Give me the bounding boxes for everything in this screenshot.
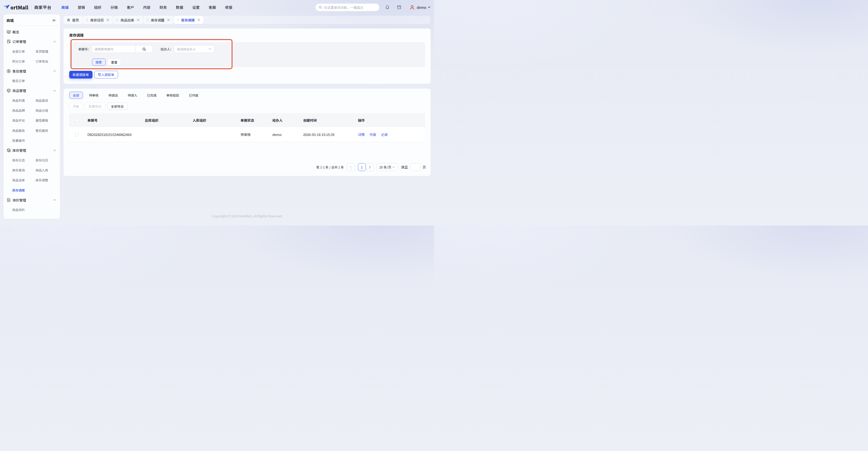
doc-no-cell: DB202603181515346862464 xyxy=(88,132,145,137)
drag-handle-icon[interactable] xyxy=(86,18,88,22)
sidebar-item-库存日志[interactable]: 库存日志 xyxy=(12,155,35,165)
sidebar-section-4[interactable]: 库存管理 xyxy=(4,146,60,155)
nav-item-3[interactable]: 分销 xyxy=(111,4,118,10)
nav-item-4[interactable]: 客户 xyxy=(127,4,134,10)
global-search[interactable] xyxy=(315,4,379,11)
sidebar-section-0[interactable]: 概览 xyxy=(4,27,60,37)
sidebar-item-售后订单[interactable]: 售后订单 xyxy=(12,76,35,86)
sidebar-item-商品评论[interactable]: 商品评论 xyxy=(12,115,35,125)
sidebar-section-3[interactable]: 商品管理 xyxy=(4,86,60,95)
sidebar-section-label: 概览 xyxy=(12,30,56,34)
sidebar-item-售后服务[interactable]: 售后服务 xyxy=(35,125,60,136)
import-transfer-button[interactable]: 导入调拨单 xyxy=(94,71,118,79)
status-tab-6[interactable]: 已作废 xyxy=(189,93,198,97)
doc-no-input[interactable] xyxy=(92,45,135,53)
workspace-tab-1[interactable]: 库存日历 xyxy=(83,16,113,24)
workspace-tabs: 首页库存日历商品出库库存调整库存调拨 xyxy=(64,16,203,24)
sidebar-item-积分订单[interactable]: 积分订单 xyxy=(12,56,35,66)
nav-item-8[interactable]: 设置 xyxy=(192,4,199,10)
batch-export-button[interactable]: 批量导出 xyxy=(85,103,105,110)
global-search-input[interactable] xyxy=(324,5,376,10)
doc-no-search-button[interactable] xyxy=(135,45,153,53)
close-tab-icon[interactable] xyxy=(137,19,140,21)
sidebar-section-1[interactable]: 订单管理 xyxy=(4,37,60,47)
workspace-tab-2[interactable]: 商品出库 xyxy=(113,16,143,24)
sidebar-item-商品列表[interactable]: 商品列表 xyxy=(12,95,35,106)
export-all-button[interactable]: 全部导出 xyxy=(107,103,128,110)
nav-item-2[interactable]: 组织 xyxy=(94,4,101,10)
status-tab-1[interactable]: 待审核 xyxy=(89,93,99,97)
chevron-up-icon xyxy=(53,70,56,72)
inventory-icon xyxy=(6,148,11,152)
home-icon xyxy=(67,18,70,22)
prev-page-button[interactable] xyxy=(347,163,354,171)
sidebar-item-库存调拨[interactable]: 库存调拨 xyxy=(12,185,35,195)
close-tab-icon[interactable] xyxy=(197,19,200,21)
void-button[interactable]: 作废 xyxy=(69,103,83,110)
vortmall-logo-icon xyxy=(4,5,10,10)
nav-item-5[interactable]: 内容 xyxy=(143,4,150,10)
page-size-select[interactable]: 20 条/页 xyxy=(376,163,398,171)
sidebar-item-属性模板[interactable]: 属性模板 xyxy=(35,115,60,125)
sidebar-item-全部订单[interactable]: 全部订单 xyxy=(12,47,35,56)
agent-label: 经办人： xyxy=(160,45,173,53)
workspace-tab-3[interactable]: 库存调整 xyxy=(144,16,173,24)
sidebar-item-商品类目[interactable]: 商品类目 xyxy=(35,95,60,106)
jump-to-unit: 页 xyxy=(423,164,426,170)
sidebar-children: 全部订单发货管理积分订单订单导出 xyxy=(4,47,60,66)
nav-item-10[interactable]: 收银 xyxy=(225,4,232,10)
drag-handle-icon[interactable] xyxy=(147,18,149,22)
nav-item-9[interactable]: 客服 xyxy=(209,4,216,10)
sidebar-item-订单导出[interactable]: 订单导出 xyxy=(35,56,60,66)
detail-link[interactable]: 详情 xyxy=(358,132,365,137)
sidebar-section-2[interactable]: 售后管理 xyxy=(4,66,60,76)
sidebar-item-批量操作[interactable]: 批量操作 xyxy=(12,136,35,145)
nav-item-7[interactable]: 数据 xyxy=(176,4,183,10)
nav-item-6[interactable]: 财务 xyxy=(159,4,167,10)
sidebar-item-发货管理[interactable]: 发货管理 xyxy=(35,47,60,56)
sidebar-item-商品出库[interactable]: 商品出库 xyxy=(12,175,35,185)
workspace-tab-4[interactable]: 库存调拨 xyxy=(174,16,203,24)
sidebar-children: 库存日志库存日历库存查询商品入库商品出库库存调整库存调拨 xyxy=(4,155,60,196)
sidebar-item-库存日历[interactable]: 库存日历 xyxy=(35,155,60,165)
search-button[interactable]: 搜索 xyxy=(92,59,105,66)
sidebar-item-商品询价[interactable]: 商品询价 xyxy=(12,205,35,215)
sidebar-item-库存查询[interactable]: 库存查询 xyxy=(12,165,35,175)
void-link[interactable]: 作废 xyxy=(370,132,376,137)
status-tab-3[interactable]: 待调入 xyxy=(128,93,137,97)
nav-item-1[interactable]: 营销 xyxy=(78,4,85,10)
list-card: 全部待审核待调出待调入已完成审核驳回已作废 作废 批量导出 全部导出 单据号出库… xyxy=(64,89,431,176)
reset-button[interactable]: 重置 xyxy=(107,59,121,66)
order-icon xyxy=(6,39,11,44)
close-tab-icon[interactable] xyxy=(167,19,170,21)
status-tab-2[interactable]: 待调出 xyxy=(108,93,118,97)
sidebar-item-商品服务[interactable]: 商品服务 xyxy=(12,125,35,136)
sidebar-item-商品分组[interactable]: 商品分组 xyxy=(35,106,60,115)
agent-select[interactable]: 请选择经办人 xyxy=(174,45,214,53)
collapse-sidebar-icon[interactable] xyxy=(53,19,56,22)
row-checkbox[interactable] xyxy=(75,132,79,137)
workspace-tab-0[interactable]: 首页 xyxy=(64,16,82,24)
select-all-checkbox[interactable] xyxy=(75,118,79,122)
sidebar-children: 商品询价 xyxy=(4,205,60,215)
sidebar-section-5[interactable]: 询价管理 xyxy=(4,195,60,205)
status-tab-5[interactable]: 审核驳回 xyxy=(166,93,179,97)
record-link[interactable]: 记录 xyxy=(381,132,388,137)
jump-to-input[interactable] xyxy=(410,163,421,171)
user-menu[interactable]: demo xyxy=(410,5,430,10)
sidebar-item-商品入库[interactable]: 商品入库 xyxy=(35,165,60,175)
page-1-button[interactable]: 1 xyxy=(358,163,366,171)
nav-item-0[interactable]: 商城 xyxy=(61,4,68,10)
create-transfer-button[interactable]: 新建调拨单 xyxy=(69,71,93,79)
sidebar-item-商品品牌[interactable]: 商品品牌 xyxy=(12,106,35,115)
status-tab-4[interactable]: 已完成 xyxy=(147,93,156,97)
status-tab-0[interactable]: 全部 xyxy=(69,92,83,99)
drag-handle-icon[interactable] xyxy=(177,18,179,22)
page-title: 库存调拨 xyxy=(69,32,84,38)
next-page-button[interactable] xyxy=(366,163,374,171)
close-tab-icon[interactable] xyxy=(106,19,109,21)
drag-handle-icon[interactable] xyxy=(116,18,118,22)
sidebar-item-库存调整[interactable]: 库存调整 xyxy=(35,175,60,185)
notifications-button[interactable] xyxy=(385,5,390,9)
shop-button[interactable] xyxy=(397,5,401,9)
